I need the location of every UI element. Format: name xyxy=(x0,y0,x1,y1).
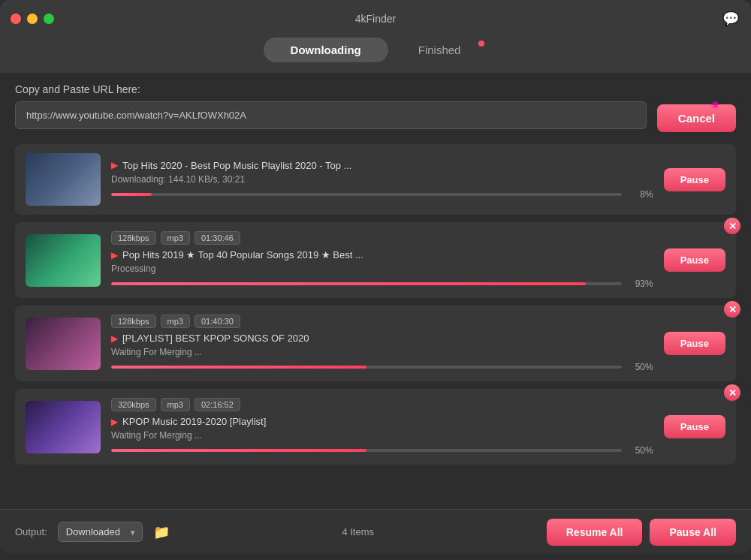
app-title: 4kFinder xyxy=(355,13,396,25)
pause-button[interactable]: Pause xyxy=(664,415,725,438)
progress-percent: 50% xyxy=(628,362,653,372)
item-tags: 128kbps mp3 01:40:30 xyxy=(111,315,653,328)
item-tags: 320kbps mp3 02:16:52 xyxy=(111,398,653,411)
progress-bar-bg xyxy=(111,193,622,196)
item-actions: Pause xyxy=(664,332,725,355)
youtube-icon: ▶ xyxy=(111,333,118,344)
spinner-icon: ✴ xyxy=(710,97,721,113)
download-item: ✕ 128kbps mp3 01:40:30 ▶ [PLAYLIST] BEST… xyxy=(15,306,736,381)
close-item-button[interactable]: ✕ xyxy=(724,384,740,401)
tag-bitrate: 320kbps xyxy=(111,398,156,411)
progress-wrap: 50% xyxy=(111,445,653,456)
close-item-button[interactable]: ✕ xyxy=(724,218,740,234)
tag-duration: 02:16:52 xyxy=(195,398,240,411)
output-select-wrap: Downloaded Desktop Documents Custom... ▼ xyxy=(58,522,143,542)
pause-button[interactable]: Pause xyxy=(664,168,725,191)
progress-percent: 93% xyxy=(628,278,653,289)
tab-finished[interactable]: Finished xyxy=(391,38,488,62)
item-title: ▶ KPOP Music 2019-2020 [Playlist] xyxy=(111,416,653,427)
item-status: Processing xyxy=(111,263,653,274)
url-input[interactable] xyxy=(15,101,647,129)
progress-percent: 8% xyxy=(628,189,653,200)
url-left: Copy and Paste URL here: xyxy=(15,83,647,129)
progress-bar-bg xyxy=(111,366,622,369)
item-title: ▶ Top Hits 2020 - Best Pop Music Playlis… xyxy=(111,160,653,171)
download-item: ✕ 320kbps mp3 02:16:52 ▶ KPOP Music 2019… xyxy=(15,389,736,465)
tag-format: mp3 xyxy=(161,231,190,245)
chat-icon[interactable]: 💬 xyxy=(722,11,739,27)
youtube-icon: ▶ xyxy=(111,160,118,170)
progress-bar-fill xyxy=(111,193,152,196)
tag-format: mp3 xyxy=(161,398,190,411)
progress-wrap: 8% xyxy=(111,189,653,200)
item-status: Waiting For Merging ... xyxy=(111,430,653,441)
bottombar: Output: Downloaded Desktop Documents Cus… xyxy=(0,509,751,554)
progress-bar-fill xyxy=(111,366,366,369)
progress-bar-bg xyxy=(111,282,622,285)
item-actions: Pause xyxy=(664,248,725,272)
finished-dot xyxy=(478,41,484,47)
item-tags: 128kbps mp3 01:30:46 xyxy=(111,231,653,245)
url-section-wrapper: Copy and Paste URL here: Cancel ✴ xyxy=(15,83,736,132)
thumbnail xyxy=(26,318,101,370)
thumbnail xyxy=(26,234,101,287)
pause-button[interactable]: Pause xyxy=(664,332,725,355)
item-actions: Pause xyxy=(664,415,725,438)
traffic-lights xyxy=(11,14,54,24)
item-info: ▶ Top Hits 2020 - Best Pop Music Playlis… xyxy=(111,160,653,200)
item-info: 128kbps mp3 01:30:46 ▶ Pop Hits 2019 ★ T… xyxy=(111,231,653,289)
tag-bitrate: 128kbps xyxy=(111,315,156,328)
resume-all-button[interactable]: Resume All xyxy=(547,519,643,546)
tag-bitrate: 128kbps xyxy=(111,231,156,245)
download-item: ▶ Top Hits 2020 - Best Pop Music Playlis… xyxy=(15,144,736,215)
cancel-button[interactable]: Cancel xyxy=(657,104,736,132)
output-select[interactable]: Downloaded Desktop Documents Custom... xyxy=(58,522,143,542)
progress-bar-fill xyxy=(111,449,366,452)
youtube-icon: ▶ xyxy=(111,417,118,427)
tab-downloading[interactable]: Downloading xyxy=(264,38,388,62)
download-item: ✕ 128kbps mp3 01:30:46 ▶ Pop Hits 2019 ★… xyxy=(15,222,736,298)
titlebar: 4kFinder 💬 xyxy=(0,0,751,38)
fullscreen-button[interactable] xyxy=(44,14,54,24)
item-status: Waiting For Merging ... xyxy=(111,347,653,357)
pause-all-button[interactable]: Pause All xyxy=(650,519,736,546)
content-area: Copy and Paste URL here: Cancel ✴ ▶ Top … xyxy=(0,73,751,509)
youtube-icon: ▶ xyxy=(111,250,118,260)
progress-percent: 50% xyxy=(628,445,653,456)
tag-format: mp3 xyxy=(161,315,190,328)
thumbnail xyxy=(26,153,101,206)
folder-icon[interactable]: 📁 xyxy=(153,524,170,540)
progress-wrap: 93% xyxy=(111,278,653,289)
url-label: Copy and Paste URL here: xyxy=(15,83,647,95)
output-label: Output: xyxy=(15,526,47,537)
item-title: ▶ Pop Hits 2019 ★ Top 40 Popular Songs 2… xyxy=(111,249,653,260)
item-status: Downloading: 144.10 KB/s, 30:21 xyxy=(111,174,653,185)
thumbnail xyxy=(26,401,101,453)
item-info: 128kbps mp3 01:40:30 ▶ [PLAYLIST] BEST K… xyxy=(111,315,653,372)
item-actions: Pause xyxy=(664,168,725,191)
tag-duration: 01:40:30 xyxy=(195,315,240,328)
item-info: 320kbps mp3 02:16:52 ▶ KPOP Music 2019-2… xyxy=(111,398,653,456)
pause-button[interactable]: Pause xyxy=(664,248,725,272)
minimize-button[interactable] xyxy=(27,14,38,24)
item-title: ▶ [PLAYLIST] BEST KPOP SONGS OF 2020 xyxy=(111,333,653,344)
items-count: 4 Items xyxy=(177,526,539,537)
tag-duration: 01:30:46 xyxy=(195,231,240,245)
tabbar: Downloading Finished xyxy=(0,38,751,73)
download-list: ▶ Top Hits 2020 - Best Pop Music Playlis… xyxy=(15,144,736,472)
close-item-button[interactable]: ✕ xyxy=(724,301,740,318)
progress-bar-bg xyxy=(111,449,622,452)
progress-bar-fill xyxy=(111,282,586,285)
progress-wrap: 50% xyxy=(111,362,653,372)
close-button[interactable] xyxy=(11,14,21,24)
url-section: Copy and Paste URL here: Cancel xyxy=(15,83,736,132)
